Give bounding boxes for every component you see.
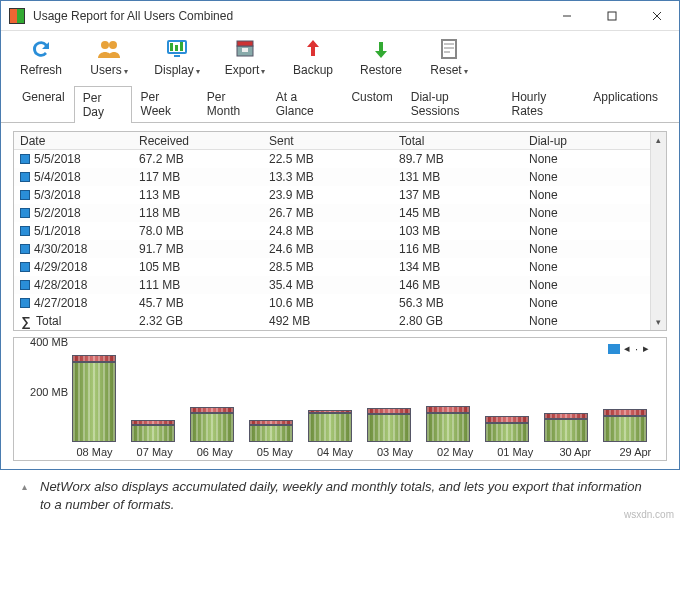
dropdown-icon: ▾ (124, 67, 128, 76)
app-window: Usage Report for All Users Combined Refr… (0, 0, 680, 470)
restore-button[interactable]: Restore (351, 37, 411, 77)
row-icon (20, 226, 30, 236)
refresh-button[interactable]: Refresh (11, 37, 71, 77)
x-axis-label: 30 Apr (553, 446, 598, 458)
refresh-icon (27, 37, 55, 61)
col-total[interactable]: Total (399, 134, 529, 148)
scrollbar[interactable]: ▴ ▾ (650, 132, 666, 330)
chart-bar[interactable] (544, 413, 588, 442)
row-icon (20, 280, 30, 290)
chart-bar[interactable] (603, 409, 647, 443)
svg-rect-12 (237, 41, 253, 46)
restore-icon (367, 37, 395, 61)
row-icon (20, 172, 30, 182)
table-row[interactable]: 5/1/2018 78.0 MB 24.8 MB 103 MB None (14, 222, 666, 240)
usage-chart: ◂ · ▸ 400 MB200 MB 08 May07 May06 May05 … (13, 337, 667, 461)
window-title: Usage Report for All Users Combined (33, 9, 544, 23)
tab-per-month[interactable]: Per Month (198, 85, 267, 122)
svg-rect-1 (608, 12, 616, 20)
close-button[interactable] (634, 1, 679, 31)
tab-dialup-sessions[interactable]: Dial-up Sessions (402, 85, 503, 122)
tab-custom[interactable]: Custom (342, 85, 401, 122)
export-button[interactable]: Export▾ (215, 37, 275, 77)
x-axis-label: 07 May (132, 446, 177, 458)
chart-bar[interactable] (367, 408, 411, 442)
svg-rect-14 (442, 40, 456, 58)
row-icon (20, 244, 30, 254)
backup-icon (299, 37, 327, 61)
y-axis-label: 200 MB (30, 386, 68, 398)
col-received[interactable]: Received (139, 134, 269, 148)
x-axis-label: 06 May (192, 446, 237, 458)
toolbar: Refresh Users▾ Display▾ Export▾ Backup R… (1, 31, 679, 85)
reset-icon (435, 37, 463, 61)
tab-hourly-rates[interactable]: Hourly Rates (503, 85, 585, 122)
usage-table[interactable]: Date Received Sent Total Dial-up 5/5/201… (13, 131, 667, 331)
chart-bar[interactable] (190, 407, 234, 442)
sigma-icon: ∑ (20, 314, 32, 329)
table-row[interactable]: 4/27/2018 45.7 MB 10.6 MB 56.3 MB None (14, 294, 666, 312)
users-icon (95, 37, 123, 61)
tabs: General Per Day Per Week Per Month At a … (1, 85, 679, 123)
svg-rect-8 (175, 45, 178, 51)
titlebar[interactable]: Usage Report for All Users Combined (1, 1, 679, 31)
chart-bar[interactable] (426, 406, 470, 442)
caption-marker-icon: ▴ (22, 480, 27, 494)
reset-button[interactable]: Reset▾ (419, 37, 479, 77)
x-axis-label: 04 May (312, 446, 357, 458)
svg-point-4 (101, 41, 109, 49)
x-axis-label: 03 May (372, 446, 417, 458)
scroll-up-icon[interactable]: ▴ (651, 132, 666, 148)
table-row[interactable]: 5/3/2018 113 MB 23.9 MB 137 MB None (14, 186, 666, 204)
users-button[interactable]: Users▾ (79, 37, 139, 77)
x-axis-label: 02 May (433, 446, 478, 458)
svg-point-5 (109, 41, 117, 49)
svg-rect-9 (180, 42, 183, 51)
table-total-row[interactable]: ∑Total 2.32 GB 492 MB 2.80 GB None (14, 312, 666, 330)
display-icon (163, 37, 191, 61)
col-date[interactable]: Date (14, 134, 139, 148)
row-icon (20, 262, 30, 272)
chart-bar[interactable] (131, 420, 175, 442)
chart-bar[interactable] (308, 410, 352, 443)
dropdown-icon: ▾ (464, 67, 468, 76)
minimize-button[interactable] (544, 1, 589, 31)
chart-bar[interactable] (249, 420, 293, 442)
tab-general[interactable]: General (13, 85, 74, 122)
row-icon (20, 154, 30, 164)
dropdown-icon: ▾ (196, 67, 200, 76)
y-axis-label: 400 MB (30, 336, 68, 348)
x-axis-label: 05 May (252, 446, 297, 458)
row-icon (20, 298, 30, 308)
chart-bar[interactable] (72, 355, 116, 443)
tab-applications[interactable]: Applications (584, 85, 667, 122)
table-row[interactable]: 5/4/2018 117 MB 13.3 MB 131 MB None (14, 168, 666, 186)
table-row[interactable]: 4/29/2018 105 MB 28.5 MB 134 MB None (14, 258, 666, 276)
x-axis-label: 29 Apr (613, 446, 658, 458)
maximize-button[interactable] (589, 1, 634, 31)
table-row[interactable]: 4/28/2018 111 MB 35.4 MB 146 MB None (14, 276, 666, 294)
svg-rect-10 (174, 55, 180, 57)
caption: ▴ NetWorx also displays accumulated dail… (0, 470, 680, 523)
chart-bar[interactable] (485, 416, 529, 442)
backup-button[interactable]: Backup (283, 37, 343, 77)
svg-rect-7 (170, 43, 173, 51)
export-icon (231, 37, 259, 61)
table-row[interactable]: 5/5/2018 67.2 MB 22.5 MB 89.7 MB None (14, 150, 666, 168)
col-dialup[interactable]: Dial-up (529, 134, 666, 148)
tab-at-a-glance[interactable]: At a Glance (267, 85, 343, 122)
dropdown-icon: ▾ (261, 67, 265, 76)
x-axis-label: 08 May (72, 446, 117, 458)
table-row[interactable]: 4/30/2018 91.7 MB 24.6 MB 116 MB None (14, 240, 666, 258)
row-icon (20, 208, 30, 218)
row-icon (20, 190, 30, 200)
svg-rect-13 (242, 48, 248, 52)
tab-per-week[interactable]: Per Week (132, 85, 198, 122)
col-sent[interactable]: Sent (269, 134, 399, 148)
table-header: Date Received Sent Total Dial-up (14, 132, 666, 150)
table-row[interactable]: 5/2/2018 118 MB 26.7 MB 145 MB None (14, 204, 666, 222)
tab-per-day[interactable]: Per Day (74, 86, 132, 123)
x-axis-label: 01 May (493, 446, 538, 458)
display-button[interactable]: Display▾ (147, 37, 207, 77)
scroll-down-icon[interactable]: ▾ (651, 314, 666, 330)
